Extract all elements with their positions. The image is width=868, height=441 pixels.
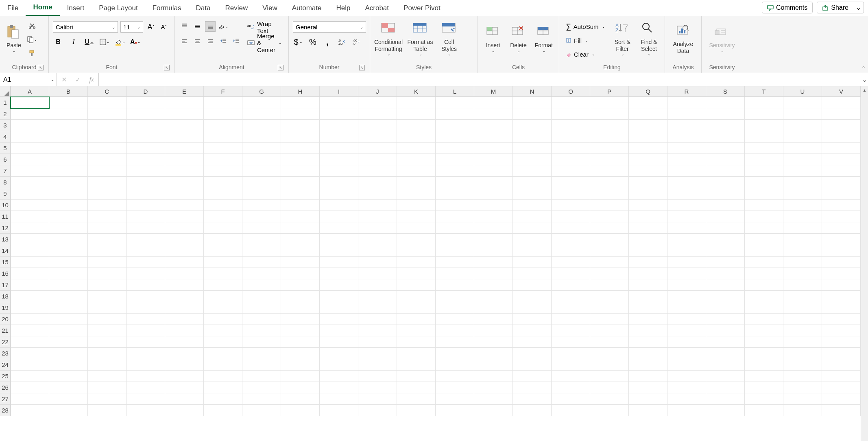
cell[interactable]: [474, 188, 513, 200]
cell[interactable]: [822, 291, 861, 302]
cell[interactable]: [281, 143, 320, 154]
cell[interactable]: [204, 200, 242, 211]
cell[interactable]: [49, 97, 88, 108]
align-right-button[interactable]: [205, 36, 216, 46]
enter-formula-button[interactable]: ✓: [71, 74, 85, 86]
cell[interactable]: [88, 393, 126, 405]
cell[interactable]: [204, 188, 242, 200]
cell[interactable]: [88, 165, 126, 177]
cell[interactable]: [358, 234, 397, 245]
cell[interactable]: [204, 222, 242, 234]
cell[interactable]: [49, 143, 88, 154]
cell[interactable]: [436, 382, 474, 393]
column-header[interactable]: R: [667, 86, 706, 97]
cell[interactable]: [126, 405, 165, 416]
cell[interactable]: [667, 120, 706, 131]
cell[interactable]: [11, 165, 49, 177]
cell[interactable]: [11, 97, 49, 108]
row-header[interactable]: 15: [0, 257, 11, 268]
cell[interactable]: [513, 268, 552, 279]
cell[interactable]: [706, 405, 745, 416]
fill-color-button[interactable]: ⌄: [115, 37, 125, 47]
cell[interactable]: [513, 200, 552, 211]
cell[interactable]: [320, 154, 358, 165]
cell[interactable]: [436, 257, 474, 268]
cell[interactable]: [320, 131, 358, 143]
cell[interactable]: [11, 325, 49, 336]
row-header[interactable]: 11: [0, 211, 11, 222]
cell[interactable]: [629, 177, 667, 188]
cell[interactable]: [436, 234, 474, 245]
cell[interactable]: [49, 314, 88, 325]
cell[interactable]: [242, 188, 281, 200]
cell[interactable]: [745, 108, 783, 120]
cell[interactable]: [126, 371, 165, 382]
sort-filter-button[interactable]: AZ Sort & Filter⌄: [611, 19, 634, 59]
cell[interactable]: [88, 314, 126, 325]
cell[interactable]: [11, 393, 49, 405]
cell[interactable]: [474, 154, 513, 165]
cell[interactable]: [320, 405, 358, 416]
cell[interactable]: [126, 314, 165, 325]
cell[interactable]: [88, 371, 126, 382]
cell[interactable]: [474, 143, 513, 154]
cell[interactable]: [49, 177, 88, 188]
cell[interactable]: [126, 245, 165, 257]
cell[interactable]: [165, 336, 204, 348]
cell[interactable]: [126, 131, 165, 143]
format-cells-button[interactable]: Format⌄: [533, 19, 555, 59]
cell[interactable]: [242, 382, 281, 393]
cell[interactable]: [745, 348, 783, 359]
cell[interactable]: [204, 131, 242, 143]
cell[interactable]: [320, 234, 358, 245]
name-box[interactable]: A1⌄: [0, 73, 57, 86]
orientation-button[interactable]: ab⌄: [218, 21, 229, 32]
cell[interactable]: [11, 405, 49, 416]
cell[interactable]: [165, 268, 204, 279]
cell[interactable]: [281, 120, 320, 131]
cell[interactable]: [281, 279, 320, 291]
cell[interactable]: [204, 393, 242, 405]
cell[interactable]: [783, 405, 822, 416]
cell[interactable]: [397, 325, 436, 336]
cell[interactable]: [165, 291, 204, 302]
cell[interactable]: [667, 165, 706, 177]
row-header[interactable]: 21: [0, 325, 11, 336]
cell[interactable]: [822, 154, 861, 165]
cell[interactable]: [88, 291, 126, 302]
cell[interactable]: [281, 302, 320, 314]
cell[interactable]: [822, 97, 861, 108]
cell[interactable]: [320, 188, 358, 200]
cell[interactable]: [783, 291, 822, 302]
cell[interactable]: [165, 211, 204, 222]
row-header[interactable]: 19: [0, 302, 11, 314]
cell[interactable]: [242, 348, 281, 359]
cell[interactable]: [242, 325, 281, 336]
font-size-combo[interactable]: 11⌄: [120, 21, 143, 33]
cell[interactable]: [281, 97, 320, 108]
italic-button[interactable]: I: [68, 37, 79, 47]
cell[interactable]: [822, 348, 861, 359]
cell[interactable]: [629, 200, 667, 211]
cell[interactable]: [745, 359, 783, 371]
column-header[interactable]: V: [822, 86, 861, 97]
cell[interactable]: [667, 200, 706, 211]
cell[interactable]: [358, 325, 397, 336]
cell[interactable]: [397, 291, 436, 302]
cell[interactable]: [552, 291, 590, 302]
cell[interactable]: [552, 336, 590, 348]
cell[interactable]: [474, 405, 513, 416]
column-header[interactable]: P: [590, 86, 629, 97]
cell[interactable]: [745, 245, 783, 257]
cell[interactable]: [474, 165, 513, 177]
cell[interactable]: [281, 336, 320, 348]
cell[interactable]: [667, 131, 706, 143]
cell[interactable]: [629, 302, 667, 314]
cell[interactable]: [49, 359, 88, 371]
cell[interactable]: [822, 188, 861, 200]
cell[interactable]: [49, 348, 88, 359]
cancel-formula-button[interactable]: ✕: [57, 74, 71, 86]
cell[interactable]: [783, 154, 822, 165]
cell[interactable]: [783, 97, 822, 108]
cell[interactable]: [11, 268, 49, 279]
